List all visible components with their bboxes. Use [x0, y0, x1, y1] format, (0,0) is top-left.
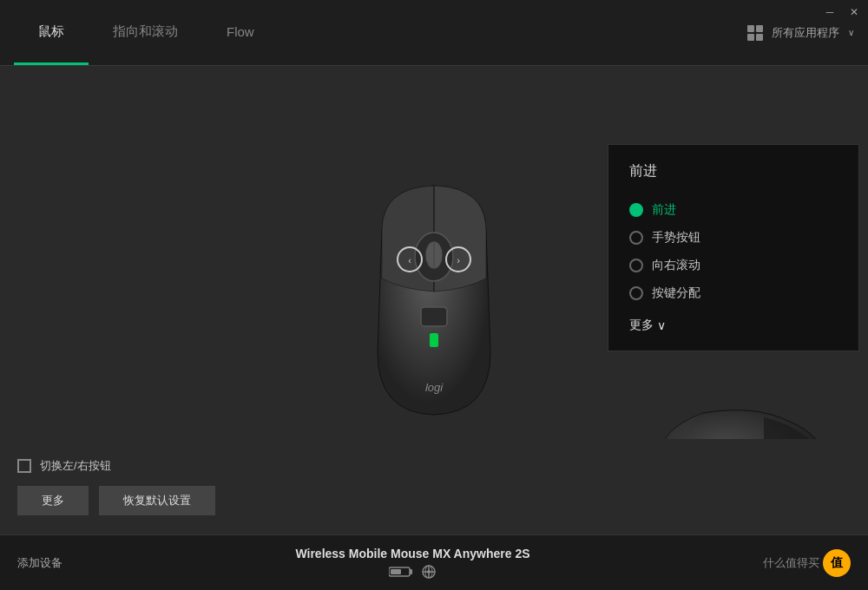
watermark-text: 什么值得买 — [763, 555, 819, 571]
top-nav: 鼠标 指向和滚动 Flow 所有应用程序 ∨ — [0, 0, 868, 66]
svg-text:›: › — [457, 255, 460, 266]
title-bar: ─ ✕ — [823, 0, 868, 24]
footer-right: 什么值得买 值 — [763, 549, 868, 577]
app-selector-arrow: ∨ — [848, 28, 854, 37]
svg-rect-15 — [391, 569, 401, 574]
menu-item-scroll-right[interactable]: 向右滚动 — [629, 252, 838, 279]
more-link[interactable]: 更多 ∨ — [629, 318, 838, 333]
swap-buttons-checkbox[interactable] — [17, 459, 31, 473]
footer-bar: 添加设备 Wireless Mobile Mouse MX Anywhere 2… — [0, 534, 868, 590]
reset-button[interactable]: 恢复默认设置 — [99, 486, 215, 515]
svg-text:‹: ‹ — [408, 255, 411, 266]
add-device[interactable]: 添加设备 — [0, 555, 62, 571]
tab-flow[interactable]: Flow — [202, 0, 279, 65]
menu-item-gesture[interactable]: 手势按钮 — [629, 224, 838, 252]
menu-item-forward[interactable]: 前进 — [629, 196, 838, 224]
connect-icon — [420, 564, 437, 580]
buttons-row: 更多 恢复默认设置 — [17, 486, 851, 515]
dropdown-panel-title: 前进 — [629, 162, 838, 180]
tab-pointer[interactable]: 指向和滚动 — [89, 0, 202, 65]
svg-rect-8 — [421, 307, 447, 326]
watermark-icon: 值 — [823, 549, 851, 577]
more-button[interactable]: 更多 — [17, 486, 89, 515]
dropdown-panel: 前进 前进 手势按钮 向右滚动 按键分配 更多 ∨ — [608, 144, 859, 351]
device-name: Wireless Mobile Mouse MX Anywhere 2S — [295, 547, 529, 560]
radio-forward — [629, 203, 643, 217]
mouse-top-view: ‹ › logi — [339, 179, 529, 422]
radio-gesture — [629, 231, 643, 245]
nav-tabs: 鼠标 指向和滚动 Flow — [0, 0, 747, 65]
device-icons — [389, 564, 437, 580]
minimize-button[interactable]: ─ — [823, 5, 837, 19]
svg-rect-9 — [430, 333, 438, 347]
app-selector-label[interactable]: 所有应用程序 — [772, 25, 839, 41]
swap-buttons-label: 切换左/右按钮 — [40, 458, 111, 474]
svg-text:logi: logi — [425, 381, 444, 394]
radio-key-assign — [629, 286, 643, 300]
svg-rect-14 — [410, 569, 412, 574]
grid-icon — [747, 25, 763, 41]
battery-icon — [389, 566, 413, 578]
device-center: Wireless Mobile Mouse MX Anywhere 2S — [62, 547, 763, 580]
tab-mouse[interactable]: 鼠标 — [14, 0, 89, 65]
checkbox-row: 切换左/右按钮 — [17, 458, 851, 474]
menu-item-key-assign[interactable]: 按键分配 — [629, 279, 838, 307]
radio-scroll-right — [629, 259, 643, 272]
close-button[interactable]: ✕ — [847, 5, 861, 19]
bottom-options: 切换左/右按钮 更多 恢复默认设置 — [0, 439, 868, 534]
